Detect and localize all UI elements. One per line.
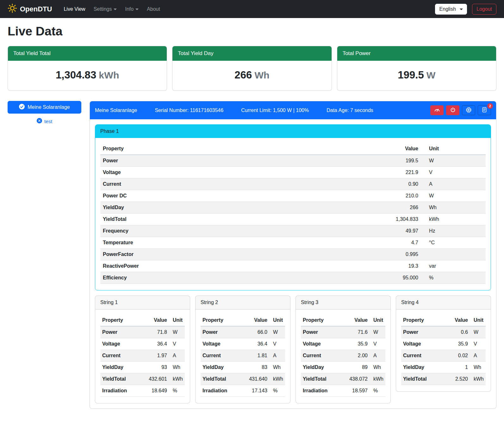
string-table-body: Power71.6WVoltage35.9VCurrent2.00AYieldD… (301, 326, 385, 397)
col-value: Value (347, 315, 370, 326)
brand[interactable]: OpenDTU (8, 3, 52, 15)
summary-unit: W (426, 70, 436, 80)
cell-property: Current (401, 350, 449, 362)
inverter-limit: Current Limit: 1,500 W | 100% (241, 108, 309, 113)
nav-item-about[interactable]: About (143, 4, 164, 15)
cell-value: 83 (247, 362, 269, 373)
cell-property: YieldDay (301, 362, 347, 373)
string-table: Property Value Unit Power71.6WVoltage35.… (301, 315, 385, 397)
cell-value: 1,304.833 (386, 214, 421, 225)
nav-item-info[interactable]: Info (121, 4, 143, 15)
table-header-row: Property Value Unit (100, 315, 185, 326)
sidebar-item-test-inverter[interactable]: test (8, 118, 81, 125)
event-log-button[interactable]: 2 (478, 105, 491, 115)
table-row: YieldTotal431.640kWh (201, 373, 285, 385)
table-row: Power199.5W (100, 155, 486, 167)
col-property: Property (401, 315, 449, 326)
cell-property: Voltage (100, 338, 147, 350)
string-card: String 1 Property Value Unit Power71.8WV… (95, 296, 190, 403)
limit-settings-button[interactable] (430, 105, 444, 115)
cell-value: 0.02 (449, 350, 470, 362)
table-row: YieldDay1Wh (401, 362, 486, 373)
summary-card-title: Total Yield Total (8, 46, 167, 61)
sidebar-item-selected-inverter[interactable]: Meine Solaranlage (8, 101, 81, 114)
string-card-title: String 2 (196, 296, 290, 309)
cell-unit: % (421, 272, 486, 284)
device-info-button[interactable] (462, 105, 475, 115)
content-row: Meine Solaranlage test Meine Solaranlage… (8, 101, 496, 409)
cell-value: 49.97 (386, 225, 421, 237)
language-select[interactable]: English (435, 4, 467, 15)
table-row: YieldDay266Wh (100, 202, 486, 214)
language-value: English (439, 6, 456, 12)
cell-unit: W (470, 326, 486, 338)
summary-value: 266 (234, 69, 252, 81)
col-unit: Unit (269, 315, 285, 326)
cell-value: 0.6 (449, 326, 470, 338)
table-row: Power71.6W (301, 326, 385, 338)
cell-unit: A (421, 178, 486, 190)
nav-item-settings[interactable]: Settings (90, 4, 121, 15)
inverter-name: Meine Solaranlage (95, 108, 137, 113)
cell-unit (421, 249, 486, 260)
power-button[interactable] (446, 105, 459, 115)
string-card: String 4 Property Value Unit Power0.6WVo… (396, 296, 491, 392)
table-row: Irradiation18.649% (100, 385, 185, 397)
cell-value: 93 (147, 362, 169, 373)
string-card: String 3 Property Value Unit Power71.6WV… (296, 296, 391, 403)
summary-card-title: Total Yield Day (172, 46, 331, 61)
string-table: Property Value Unit Power0.6WVoltage35.9… (401, 315, 486, 385)
inverter-panel: Meine Solaranlage Serial Number: 1161716… (90, 101, 496, 409)
cell-property: YieldTotal (100, 214, 386, 225)
cell-property: Power (201, 326, 247, 338)
string-card-body: Property Value Unit Power71.8WVoltage36.… (95, 309, 190, 403)
cell-unit: Wh (421, 202, 486, 214)
table-row: YieldTotal2.520kWh (401, 373, 486, 385)
summary-card-value-row: 1,304.83kWh (8, 61, 167, 90)
summary-card-value-row: 266Wh (172, 61, 331, 90)
cell-unit: A (470, 350, 486, 362)
table-row: Power DC210.0W (100, 190, 486, 202)
cell-unit: V (269, 338, 285, 350)
phase-table-body: Power199.5WVoltage221.9VCurrent0.90APowe… (100, 155, 486, 284)
cell-value: 95.000 (386, 272, 421, 284)
string-table: Property Value Unit Power66.0WVoltage36.… (201, 315, 285, 397)
table-row: PowerFactor0.995 (100, 249, 486, 260)
summary-unit: Wh (254, 70, 269, 80)
table-row: Efficiency95.000% (100, 272, 486, 284)
cell-value: 431.640 (247, 373, 269, 385)
navbar-right: English Logout (435, 4, 496, 15)
cell-value: 4.7 (386, 237, 421, 249)
cell-unit: A (169, 350, 185, 362)
table-row: Current2.00A (301, 350, 385, 362)
col-value: Value (247, 315, 269, 326)
logout-button[interactable]: Logout (472, 4, 496, 15)
inverter-panel-body: Phase 1 Property Value Unit Power199.5WV… (90, 119, 496, 408)
cell-property: Voltage (401, 338, 449, 350)
col-property: Property (100, 143, 386, 155)
cell-unit: V (421, 167, 486, 178)
cell-value: 71.6 (347, 326, 370, 338)
cell-value: 18.597 (347, 385, 370, 397)
string-card-body: Property Value Unit Power66.0WVoltage36.… (196, 309, 290, 403)
cell-value: 36.4 (247, 338, 269, 350)
cell-unit: W (269, 326, 285, 338)
table-row: Frequency49.97Hz (100, 225, 486, 237)
col-property: Property (201, 315, 247, 326)
cell-property: Temperature (100, 237, 386, 249)
cell-unit: Wh (169, 362, 185, 373)
cell-unit: V (370, 338, 385, 350)
string-card: String 2 Property Value Unit Power66.0WV… (195, 296, 290, 403)
cell-unit: Hz (421, 225, 486, 237)
table-header-row: Property Value Unit (100, 143, 486, 155)
table-row: Temperature4.7°C (100, 237, 486, 249)
cell-property: YieldDay (201, 362, 247, 373)
nav-links: Live View Settings Info About (59, 4, 164, 15)
nav-item-live-view[interactable]: Live View (59, 4, 89, 15)
cell-property: Power (100, 326, 147, 338)
table-row: Current0.02A (401, 350, 486, 362)
cell-unit: V (169, 338, 185, 350)
table-row: YieldDay93Wh (100, 362, 185, 373)
chevron-down-icon (460, 9, 463, 10)
cell-property: YieldTotal (100, 373, 147, 385)
